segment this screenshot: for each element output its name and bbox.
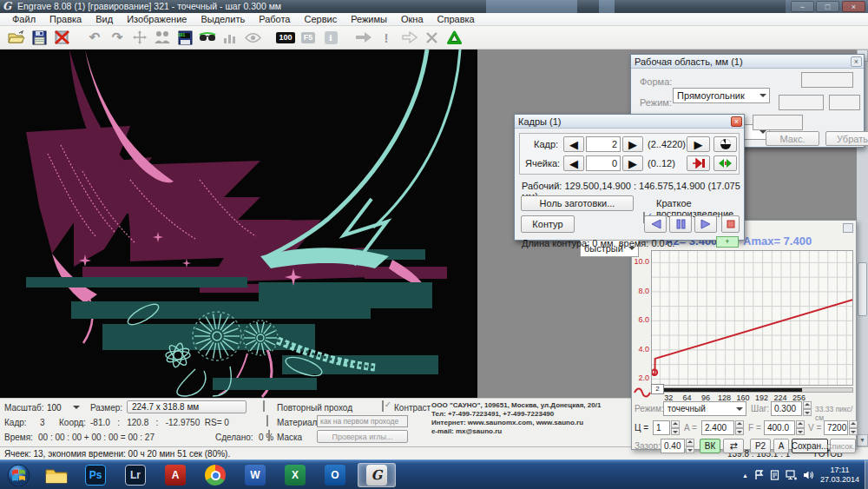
frames-close-button[interactable]: ×: [731, 116, 742, 127]
material-checkbox[interactable]: [266, 415, 268, 426]
save-button[interactable]: [28, 27, 50, 48]
network-icon[interactable]: [786, 470, 797, 480]
list-button[interactable]: Список...: [830, 439, 856, 453]
taskbar-photoshop[interactable]: Ps: [81, 463, 110, 487]
speaker-icon[interactable]: [803, 470, 814, 480]
needle-check-button[interactable]: Проверка иглы...: [317, 430, 408, 443]
power-curve-plot[interactable]: [651, 250, 853, 386]
menu-windows[interactable]: Окна: [394, 13, 431, 25]
auto-button[interactable]: A: [773, 439, 789, 453]
cell-value-field[interactable]: 0: [586, 155, 621, 171]
undo-button[interactable]: ↶: [83, 27, 106, 48]
recycle-button[interactable]: [443, 27, 465, 48]
menu-work[interactable]: Работа: [252, 13, 297, 25]
f5-button[interactable]: F5: [297, 27, 319, 48]
frames-title-bar[interactable]: Кадры (1) ×: [515, 115, 744, 129]
graph-mode-combo[interactable]: точечный: [663, 401, 746, 416]
menu-help[interactable]: Справка: [431, 13, 482, 25]
cell-prev-button[interactable]: ◀: [563, 155, 584, 171]
gap-field[interactable]: 0.40: [661, 439, 685, 453]
redo-button[interactable]: ↷: [106, 27, 128, 48]
taskbar-clock[interactable]: 17:11 27.03.2014: [820, 466, 865, 485]
warning-button[interactable]: !: [375, 27, 398, 48]
show-desktop-button[interactable]: [865, 460, 868, 489]
scale-combo[interactable]: 100: [45, 401, 82, 413]
zoom-100-button[interactable]: 100: [274, 27, 297, 48]
goto-end-button[interactable]: [687, 155, 710, 171]
f-spinner[interactable]: [796, 420, 805, 435]
start-button[interactable]: [3, 463, 33, 487]
size-value-button[interactable]: 224.7 x 318.8 мм: [127, 400, 247, 413]
work-area-title-bar[interactable]: Рабочая область, мм (1) ×: [631, 55, 864, 69]
close-button[interactable]: ×: [842, 1, 865, 12]
action-center-flag-icon[interactable]: [754, 470, 764, 480]
tray-expand-icon[interactable]: ▲: [742, 472, 748, 479]
gap-spinner[interactable]: [686, 439, 694, 453]
plot-h-scrollbar-thumb[interactable]: [659, 388, 802, 392]
frame-prev-button[interactable]: ◀: [563, 136, 584, 152]
step-spinner[interactable]: [803, 401, 812, 416]
a-spinner[interactable]: [735, 420, 744, 435]
engraving-canvas[interactable]: [0, 50, 477, 398]
stop-playback-button[interactable]: [721, 215, 740, 233]
max-button[interactable]: Макс.: [766, 131, 819, 146]
contour-button[interactable]: Контур: [521, 215, 575, 233]
taskbar-excel[interactable]: X: [280, 463, 310, 487]
maximize-button[interactable]: □: [816, 1, 839, 12]
step-forward-button[interactable]: [694, 215, 717, 233]
menu-modes[interactable]: Режимы: [344, 13, 394, 25]
f-field[interactable]: 400.0: [764, 420, 795, 435]
sound-run-button[interactable]: [398, 27, 420, 48]
taskbar-chrome[interactable]: [201, 463, 230, 487]
taskbar-engrave-active[interactable]: G: [358, 463, 396, 487]
open-file-button[interactable]: [5, 27, 28, 48]
v-field[interactable]: 7200: [824, 420, 848, 435]
v-spinner[interactable]: [849, 420, 858, 435]
taskbar-word[interactable]: W: [240, 463, 270, 487]
menu-image[interactable]: Изображение: [120, 13, 194, 25]
cell-next-button[interactable]: ▶: [622, 155, 643, 171]
start-job-button[interactable]: [352, 27, 375, 48]
c-spinner[interactable]: [671, 420, 680, 435]
delete-button[interactable]: [50, 27, 73, 48]
menu-select[interactable]: Выделить: [194, 13, 252, 25]
scrollbar-thumb[interactable]: [858, 262, 867, 316]
work-area-close-button[interactable]: ×: [851, 56, 862, 67]
info-button[interactable]: i: [319, 27, 342, 48]
spot-view-button[interactable]: [713, 136, 737, 152]
taskbar-explorer[interactable]: [42, 463, 71, 487]
save-101-button[interactable]: 101: [174, 27, 196, 48]
menu-service[interactable]: Сервис: [297, 13, 344, 25]
play-button[interactable]: ▶: [687, 136, 710, 152]
step-back-button[interactable]: [644, 215, 667, 233]
save-params-button[interactable]: Сохран...: [792, 439, 828, 453]
preview-button[interactable]: [241, 27, 264, 48]
menu-edit[interactable]: Правка: [43, 13, 89, 25]
direction-button[interactable]: ⇄: [723, 439, 744, 453]
plot-h-scrollbar[interactable]: [651, 387, 853, 393]
step-field[interactable]: 0.300: [771, 401, 802, 416]
form-combo[interactable]: Прямоугольник: [673, 88, 770, 103]
stats-button[interactable]: [219, 27, 241, 48]
expand-cells-button[interactable]: [713, 155, 737, 171]
a-field[interactable]: 2.400: [701, 420, 734, 435]
menu-view[interactable]: Вид: [89, 13, 120, 25]
frame-next-button[interactable]: ▶: [622, 136, 643, 152]
move-button[interactable]: [128, 27, 151, 48]
zero-workpiece-button[interactable]: Ноль заготовки...: [521, 195, 634, 211]
contrast-checkbox[interactable]: [382, 400, 384, 412]
c-field[interactable]: 1: [653, 420, 670, 435]
taskbar-outlook[interactable]: O: [320, 463, 350, 487]
menu-file[interactable]: Файл: [5, 13, 43, 25]
taskbar-autocad[interactable]: A: [161, 463, 190, 487]
plus-button[interactable]: +: [716, 236, 739, 248]
pair-mode-button[interactable]: [151, 27, 174, 48]
mask-checkbox[interactable]: [268, 430, 270, 441]
stop-button[interactable]: [420, 27, 443, 48]
glasses-mode-button[interactable]: [196, 27, 219, 48]
repeat-pass-checkbox[interactable]: [263, 400, 265, 412]
vk-button[interactable]: ВК: [700, 439, 720, 453]
pause-button[interactable]: [669, 215, 692, 233]
remove-button[interactable]: Убрать: [825, 131, 868, 146]
document-icon[interactable]: [770, 470, 779, 480]
